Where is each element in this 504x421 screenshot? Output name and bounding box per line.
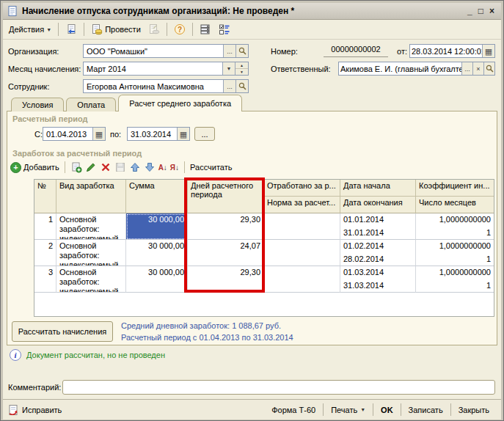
- edit-row-button[interactable]: [85, 161, 97, 173]
- col-header-sum[interactable]: Сумма: [126, 180, 188, 213]
- copy-row-button[interactable]: [70, 161, 82, 173]
- sort-ascending-button[interactable]: АА↓↓: [158, 164, 167, 172]
- delete-row-button[interactable]: [100, 161, 112, 173]
- cell-sum[interactable]: 30 000,00: [126, 240, 188, 266]
- cell-dates[interactable]: 01.03.2014 31.03.2014: [340, 266, 416, 293]
- structure-button[interactable]: [197, 21, 214, 37]
- cell-sum[interactable]: 30 000,00: [126, 266, 188, 293]
- help-button[interactable]: ?: [171, 21, 189, 37]
- col-header-worked[interactable]: Отработано за р... Норма за расчет...: [264, 180, 340, 213]
- toolbar-separator: [184, 161, 185, 173]
- organization-field[interactable]: ООО "Ромашки" ...: [83, 44, 249, 58]
- clear-button[interactable]: ×: [472, 62, 483, 75]
- add-row-button[interactable]: + Добавить: [10, 162, 59, 173]
- employee-field[interactable]: Егорова Антонина Максимовна ...: [83, 79, 249, 93]
- ellipsis-button[interactable]: ...: [461, 62, 472, 75]
- cell-kind[interactable]: Основной заработок: индексируемый: [56, 266, 126, 293]
- cell-kind[interactable]: Основной заработок: индексируемый: [56, 240, 126, 266]
- responsible-field[interactable]: Акимова Е. И. (главный бухгалте ... ×: [338, 62, 495, 76]
- reread-button[interactable]: [62, 21, 80, 37]
- cell-days[interactable]: 29,30: [188, 213, 264, 240]
- cell-days[interactable]: 29,30: [188, 266, 264, 293]
- close-button[interactable]: Закрыть: [451, 400, 497, 420]
- period-to-value: 31.03.2014: [128, 130, 177, 139]
- tab-payment[interactable]: Оплата: [66, 98, 116, 111]
- fix-button[interactable]: Исправить: [7, 404, 264, 416]
- table-row[interactable]: 1 Основной заработок: индексируемый 30 0…: [34, 213, 494, 240]
- post-button[interactable]: Провести: [88, 21, 144, 37]
- calendar-button[interactable]: ▦: [177, 128, 189, 140]
- cell-dates[interactable]: 01.02.2014 28.02.2014: [340, 240, 416, 266]
- minimize-icon[interactable]: _: [467, 7, 472, 15]
- col-header-num[interactable]: №: [34, 180, 56, 213]
- spinner-down-icon[interactable]: ▼: [235, 68, 248, 75]
- accrual-month-field[interactable]: Март 2014 ▼ ▲ ▼: [83, 62, 249, 76]
- cell-worked[interactable]: [264, 240, 340, 266]
- recalculate-button[interactable]: Рассчитать: [190, 163, 232, 172]
- maximize-icon[interactable]: □: [478, 7, 483, 15]
- print-button[interactable]: Печать ▼: [324, 400, 373, 420]
- period-more-button[interactable]: ...: [194, 127, 215, 141]
- col-header-kind[interactable]: Вид заработка: [56, 180, 126, 213]
- tab-label: Оплата: [77, 100, 105, 109]
- ellipsis-button[interactable]: ...: [223, 45, 235, 57]
- cell-kind[interactable]: Основной заработок: индексируемый: [56, 213, 126, 240]
- cell-num: 3: [34, 266, 56, 293]
- cell-coeff[interactable]: 1,0000000000 1: [416, 213, 494, 240]
- calendar-button[interactable]: ▦: [482, 45, 494, 57]
- unpost-button[interactable]: [145, 21, 163, 37]
- col-header-coeff[interactable]: Коэффициент ин... Число месяцев: [416, 180, 494, 213]
- dropdown-button[interactable]: ▼: [222, 62, 235, 75]
- calendar-button[interactable]: ▦: [92, 128, 105, 140]
- bottom-actions: Форма Т-60 Печать ▼ OK Записать Закрыть: [264, 400, 497, 420]
- tab-average-earnings[interactable]: Расчет среднего заработка: [118, 95, 242, 111]
- cell-coeff[interactable]: 1,0000000000 1: [416, 240, 494, 266]
- period-to-field[interactable]: 31.03.2014 ▦: [127, 127, 190, 141]
- magnifier-button[interactable]: [483, 62, 494, 75]
- employee-label: Сотрудник:: [8, 82, 50, 91]
- move-down-button[interactable]: [144, 161, 156, 173]
- toolbar-separator: [58, 23, 59, 36]
- cell-worked[interactable]: [264, 213, 340, 240]
- earnings-table[interactable]: № Вид заработка Сумма Дней расчетного пе…: [34, 179, 494, 317]
- cell-coeff-top: 1,0000000000: [416, 213, 494, 227]
- magnifier-button[interactable]: [235, 80, 248, 92]
- actions-menu-button[interactable]: Действия ▼: [6, 23, 54, 36]
- sort-descending-button[interactable]: Я↓: [170, 164, 179, 172]
- move-up-button[interactable]: [129, 161, 141, 173]
- comment-input[interactable]: [62, 380, 495, 395]
- toolbar-separator: [65, 161, 65, 173]
- form-t60-button[interactable]: Форма Т-60: [264, 400, 323, 420]
- calendar-icon: ▦: [485, 48, 492, 55]
- save-button[interactable]: Записать: [401, 400, 450, 420]
- document-datetime-field[interactable]: 28.03.2014 12:00:01 ▦: [409, 44, 495, 58]
- table-row[interactable]: 3 Основной заработок: индексируемый 30 0…: [34, 266, 494, 293]
- ok-label: OK: [381, 406, 393, 414]
- period-from-field[interactable]: 01.04.2013 ▦: [43, 127, 106, 141]
- spinner-up-icon[interactable]: ▲: [235, 62, 248, 68]
- cell-date-start: 01.02.2014: [340, 240, 415, 253]
- cell-days[interactable]: 24,07: [188, 240, 264, 266]
- ok-button[interactable]: OK: [373, 400, 401, 420]
- ellipsis-button[interactable]: ...: [223, 80, 235, 92]
- comment-label: Комментарий:: [8, 383, 61, 392]
- col-header-days[interactable]: Дней расчетного периода: [188, 180, 264, 213]
- table-row[interactable]: 2 Основной заработок: индексируемый 30 0…: [34, 240, 494, 266]
- average-earnings-summary: Средний дневной заработок: 1 088,67 руб.: [121, 321, 281, 332]
- cell-dates[interactable]: 01.01.2014 31.01.2014: [340, 213, 416, 240]
- magnifier-button[interactable]: [235, 45, 248, 57]
- tab-conditions[interactable]: Условия: [11, 98, 64, 111]
- month-spinner[interactable]: ▲ ▼: [235, 62, 248, 75]
- cell-worked[interactable]: [264, 266, 340, 293]
- cell-sum-selected[interactable]: 30 000,00: [126, 213, 188, 240]
- help-icon: ?: [174, 23, 186, 35]
- col-header-dates[interactable]: Дата начала Дата окончания: [340, 180, 416, 213]
- settings-button[interactable]: [216, 21, 233, 37]
- calculate-accruals-button[interactable]: Рассчитать начисления: [12, 321, 113, 342]
- close-icon[interactable]: ×: [489, 7, 494, 15]
- cell-date-end: 31.03.2014: [340, 279, 415, 293]
- cell-coeff[interactable]: 1,0000000000 1: [416, 266, 494, 293]
- end-row-edit-button[interactable]: [114, 161, 126, 173]
- cell-num: 2: [34, 240, 56, 266]
- ellipsis-icon: ...: [201, 130, 208, 139]
